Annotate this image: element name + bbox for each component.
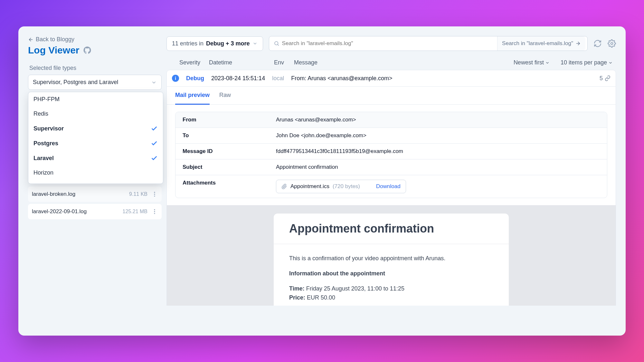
file-types-select[interactable]: Supervisor, Postgres and Laravel [28, 75, 162, 90]
app-window: Back to Bloggy Log Viewer Selected file … [18, 26, 626, 336]
file-types-dropdown: PHP-FPMRedisSupervisorPostgresLaravelHor… [28, 92, 163, 184]
check-icon [151, 125, 158, 132]
svg-point-4 [154, 211, 155, 212]
dropdown-item[interactable]: Horizon [28, 166, 163, 180]
mail-meta-table: FromArunas <arunas@example.com> ToJohn D… [175, 112, 607, 198]
check-icon [151, 155, 158, 162]
dropdown-item[interactable]: PHP-FPM [28, 92, 163, 107]
settings-button[interactable] [608, 39, 616, 48]
sort-select[interactable]: Newest first [514, 59, 550, 66]
search-input[interactable] [282, 40, 497, 47]
download-link[interactable]: Download [376, 183, 401, 190]
app-title: Log Viewer [28, 45, 80, 56]
svg-point-6 [275, 42, 278, 45]
col-datetime: Datetime [209, 59, 270, 66]
dropdown-item-label: Postgres [33, 140, 58, 147]
back-link[interactable]: Back to Bloggy [28, 36, 157, 43]
chevron-down-icon [545, 61, 550, 65]
link-icon [605, 75, 611, 81]
file-types-label: Selected file types [28, 65, 157, 71]
meta-key: Subject [175, 159, 269, 175]
dropdown-item[interactable]: Laravel [28, 151, 163, 166]
log-row[interactable]: i Debug 2023-08-24 15:51:14 local From: … [166, 70, 616, 87]
tab-mail-preview[interactable]: Mail preview [175, 87, 210, 105]
svg-point-3 [154, 209, 155, 210]
chevron-down-icon [252, 41, 258, 46]
email-card: Appointment confirmation This is a confi… [274, 214, 509, 306]
toolbar: 11 entries in Debug + 3 more Search in "… [166, 36, 616, 51]
log-datetime: 2023-08-24 15:51:14 [211, 75, 265, 82]
github-icon[interactable] [83, 46, 91, 54]
arrow-right-icon [575, 41, 581, 46]
mail-detail-panel: FromArunas <arunas@example.com> ToJohn D… [166, 105, 616, 205]
email-price-line: Price: EUR 50.00 [289, 293, 493, 302]
refresh-icon [593, 39, 602, 48]
dropdown-item-label: Supervisor [33, 125, 64, 132]
log-env: local [272, 75, 284, 82]
sidebar: Back to Bloggy Log Viewer Selected file … [18, 26, 157, 336]
log-message: From: Arunas <arunas@example.com> [291, 75, 592, 82]
email-info-head: Information about the appointment [289, 269, 493, 278]
file-size: 9.11 KB [129, 191, 147, 197]
meta-val: Appointment confirmation [269, 159, 607, 175]
main-panel: 11 entries in Debug + 3 more Search in "… [157, 26, 626, 336]
search-scope-label: Search in "laravel-emails.log" [502, 40, 573, 47]
log-severity: Debug [186, 75, 204, 82]
arrow-left-icon [28, 37, 34, 43]
file-list: laravel-broken.log 9.11 KB laravel-2022-… [28, 186, 162, 219]
email-preview: Appointment confirmation This is a confi… [166, 205, 616, 306]
gear-icon [608, 39, 616, 48]
search-icon [274, 41, 279, 46]
svg-point-0 [154, 192, 155, 193]
dropdown-item-label: Horizon [33, 169, 53, 176]
meta-val: John Doe <john.doe@example.com> [269, 128, 607, 143]
col-message: Message [294, 59, 317, 66]
paperclip-icon [281, 184, 287, 189]
more-icon[interactable] [151, 191, 158, 197]
meta-key: From [175, 112, 269, 128]
filter-prefix: 11 entries in [172, 40, 204, 47]
svg-point-7 [611, 43, 613, 45]
info-icon: i [172, 75, 179, 82]
dropdown-item-label: PHP-FPM [33, 96, 60, 103]
perpage-select[interactable]: 10 items per page [561, 59, 613, 66]
attachment-size: (720 bytes) [333, 183, 360, 190]
file-name: laravel-2022-09-01.log [32, 208, 123, 215]
search-box: Search in "laravel-emails.log" [269, 36, 588, 51]
search-scope-button[interactable]: Search in "laravel-emails.log" [497, 36, 585, 51]
log-table-header: Severity Datetime Env Message Newest fir… [166, 59, 616, 70]
chevron-down-icon [608, 61, 613, 65]
filter-bold: Debug + 3 more [206, 40, 250, 47]
file-name: laravel-broken.log [32, 191, 129, 197]
meta-key: To [175, 128, 269, 143]
back-link-label: Back to Bloggy [36, 36, 74, 43]
file-row[interactable]: laravel-broken.log 9.11 KB [28, 186, 162, 202]
tab-raw[interactable]: Raw [219, 87, 231, 104]
dropdown-item[interactable]: Redis [28, 107, 163, 121]
svg-point-1 [154, 194, 155, 195]
dropdown-item[interactable]: Horizon (Old) [28, 180, 163, 184]
refresh-button[interactable] [593, 39, 602, 48]
chevron-down-icon [151, 80, 157, 85]
entries-filter[interactable]: 11 entries in Debug + 3 more [166, 36, 263, 51]
check-icon [151, 140, 158, 147]
detail-tabs: Mail preview Raw [166, 87, 616, 105]
meta-val: fddff4779513441c3f0c1811193f5b19@example… [269, 144, 607, 159]
meta-val: Arunas <arunas@example.com> [269, 112, 607, 128]
attachment-chip: Appointment.ics (720 bytes) Download [276, 180, 406, 193]
svg-point-5 [154, 213, 155, 214]
svg-point-2 [154, 195, 155, 196]
email-intro: This is a confirmation of your video app… [289, 254, 493, 263]
col-severity: Severity [179, 59, 205, 66]
file-size: 125.21 MB [123, 209, 147, 214]
file-row[interactable]: laravel-2022-09-01.log 125.21 MB [28, 204, 162, 219]
dropdown-item[interactable]: Supervisor [28, 121, 163, 136]
dropdown-item-label: Redis [33, 110, 48, 117]
dropdown-item[interactable]: Postgres [28, 136, 163, 151]
log-link-count[interactable]: 5 [600, 75, 611, 82]
select-value: Supervisor, Postgres and Laravel [33, 79, 118, 86]
email-title: Appointment confirmation [289, 222, 493, 235]
email-time-line: Time: Friday 25 August 2023, 11:00 to 11… [289, 284, 493, 293]
more-icon[interactable] [151, 208, 158, 215]
col-env: Env [274, 59, 290, 66]
